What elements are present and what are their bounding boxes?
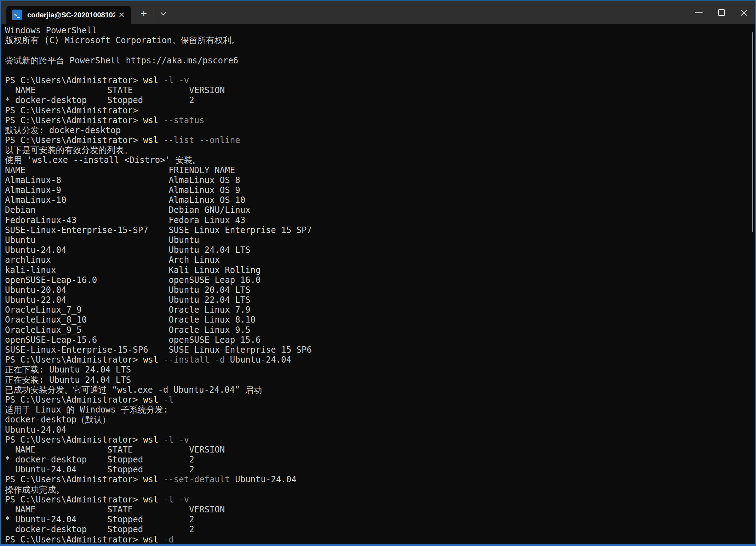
terminal-line: FedoraLinux-43 Fedora Linux 43 [5, 215, 755, 225]
terminal-line: 正在下载: Ubuntu 24.04 LTS [5, 365, 755, 375]
terminal-line: 默认分发: docker-desktop [5, 125, 755, 135]
terminal-line: openSUSE-Leap-15.6 openSUSE Leap 15.6 [5, 335, 755, 345]
terminal-line: docker-desktop Stopped 2 [5, 524, 755, 534]
window-controls [687, 1, 755, 24]
terminal-line: archlinux Arch Linux [5, 255, 755, 265]
maximize-button[interactable] [710, 1, 733, 24]
terminal-output[interactable]: Windows PowerShell版权所有 (C) Microsoft Cor… [1, 24, 755, 544]
terminal-line: 以下是可安装的有效分发的列表。 [5, 145, 755, 155]
powershell-icon-glyph: >_ [14, 12, 20, 18]
terminal-line: Ubuntu-24.04 [5, 425, 755, 435]
terminal-line: Ubuntu-24.04 Stopped 2 [5, 465, 755, 474]
minimize-button[interactable] [687, 1, 710, 24]
tab-dropdown-button[interactable] [156, 6, 171, 21]
close-icon [740, 8, 748, 17]
title-bar: >_ coderjia@SC-202010081028: ~ + [1, 1, 755, 24]
terminal-line: NAME STATE VERSION [5, 505, 755, 514]
terminal-line: PS C:\Users\Administrator> wsl -l -v [5, 495, 755, 505]
terminal-line: OracleLinux_8_10 Oracle Linux 8.10 [5, 315, 755, 325]
terminal-line: kali-linux Kali Linux Rolling [5, 265, 755, 275]
terminal-window: >_ coderjia@SC-202010081028: ~ + Windows… [0, 0, 756, 546]
terminal-line: 尝试新的跨平台 PowerShell https://aka.ms/pscore… [5, 56, 755, 66]
powershell-icon: >_ [12, 10, 22, 20]
terminal-line: * docker-desktop Stopped 2 [5, 95, 755, 105]
terminal-line: docker-desktop（默认） [5, 415, 755, 425]
terminal-line: PS C:\Users\Administrator> wsl --status [5, 115, 755, 125]
terminal-line: 使用 'wsl.exe --install <Distro>' 安装。 [5, 155, 755, 165]
terminal-line: PS C:\Users\Administrator> wsl -l -v [5, 435, 755, 445]
terminal-line: Debian Debian GNU/Linux [5, 205, 755, 215]
tab-powershell[interactable]: >_ coderjia@SC-202010081028: ~ [6, 6, 131, 24]
terminal-line: PS C:\Users\Administrator> wsl -d [5, 535, 755, 544]
terminal-line: AlmaLinux-9 AlmaLinux OS 9 [5, 185, 755, 195]
scrollbar-thumb[interactable] [752, 32, 753, 232]
terminal-line [5, 66, 755, 75]
terminal-line: 版权所有 (C) Microsoft Corporation。保留所有权利。 [5, 35, 755, 45]
terminal-line: 适用于 Linux 的 Windows 子系统分发: [5, 405, 755, 415]
terminal-line: OracleLinux_9_5 Oracle Linux 9.5 [5, 325, 755, 335]
terminal-line: PS C:\Users\Administrator> wsl --list --… [5, 135, 755, 145]
terminal-line: PS C:\Users\Administrator> wsl --set-def… [5, 474, 755, 484]
terminal-line: * Ubuntu-24.04 Stopped 2 [5, 514, 755, 524]
terminal-line: NAME STATE VERSION [5, 445, 755, 455]
terminal-line: OracleLinux_7_9 Oracle Linux 7.9 [5, 305, 755, 315]
terminal-line: Ubuntu Ubuntu [5, 235, 755, 245]
terminal-line: AlmaLinux-10 AlmaLinux OS 10 [5, 195, 755, 205]
terminal-line: 操作成功完成。 [5, 485, 755, 495]
terminal-line: NAME STATE VERSION [5, 85, 755, 95]
tab-bar-separator [154, 8, 154, 18]
terminal-line: SUSE-Linux-Enterprise-15-SP6 SUSE Linux … [5, 345, 755, 355]
terminal-line: PS C:\Users\Administrator> [5, 106, 755, 115]
maximize-icon [718, 9, 725, 16]
terminal-line: Ubuntu-20.04 Ubuntu 20.04 LTS [5, 285, 755, 295]
terminal-line: PS C:\Users\Administrator> wsl -l -v [5, 75, 755, 85]
terminal-line: * docker-desktop Stopped 2 [5, 455, 755, 465]
tab-close-icon[interactable] [118, 11, 125, 18]
terminal-line: PS C:\Users\Administrator> wsl -l [5, 395, 755, 405]
terminal-line: openSUSE-Leap-16.0 openSUSE Leap 16.0 [5, 275, 755, 285]
new-tab-button[interactable]: + [136, 6, 151, 21]
tab-title: coderjia@SC-202010081028: ~ [27, 11, 115, 19]
close-button[interactable] [733, 1, 755, 24]
minimize-icon [695, 12, 703, 13]
terminal-line: Windows PowerShell [5, 25, 755, 35]
terminal-line [5, 45, 755, 55]
terminal-line: Ubuntu-22.04 Ubuntu 22.04 LTS [5, 295, 755, 305]
terminal-line: NAME FRIENDLY NAME [5, 165, 755, 175]
terminal-line: AlmaLinux-8 AlmaLinux OS 8 [5, 175, 755, 185]
terminal-line: 已成功安装分发。它可通过 “wsl.exe -d Ubuntu-24.04” 启… [5, 385, 755, 395]
terminal-line: 正在安装: Ubuntu 24.04 LTS [5, 375, 755, 385]
chevron-down-icon [160, 10, 166, 15]
terminal-line: Ubuntu-24.04 Ubuntu 24.04 LTS [5, 245, 755, 255]
terminal-line: PS C:\Users\Administrator> wsl --install… [5, 355, 755, 365]
terminal-line: SUSE-Linux-Enterprise-15-SP7 SUSE Linux … [5, 225, 755, 235]
